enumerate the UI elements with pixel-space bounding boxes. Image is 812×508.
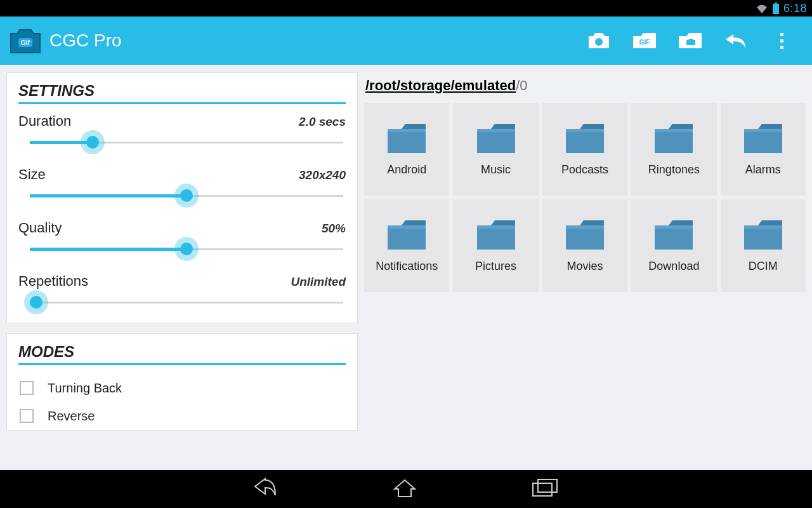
folder-tile[interactable]: Notifications xyxy=(364,199,449,292)
undo-button[interactable] xyxy=(713,22,759,60)
folder-tile[interactable]: DCIM xyxy=(721,199,806,292)
settings-title: SETTINGS xyxy=(18,82,346,104)
folder-label: Ringtones xyxy=(648,163,700,177)
duration-value: 2.0 secs xyxy=(299,115,346,129)
repetitions-slider[interactable] xyxy=(30,292,343,314)
folder-label: Podcasts xyxy=(561,163,608,177)
svg-rect-1 xyxy=(775,3,777,4)
quality-value: 50% xyxy=(322,222,346,236)
folder-tile[interactable]: Music xyxy=(453,103,538,196)
breadcrumb-tail: /0 xyxy=(516,77,527,93)
repetitions-label: Repetitions xyxy=(18,273,88,290)
app-icon: Gif xyxy=(8,25,43,57)
folder-tile[interactable]: Pictures xyxy=(453,199,538,292)
mode-turning-back[interactable]: Turning Back xyxy=(18,374,346,402)
svg-text:Gif: Gif xyxy=(21,39,30,46)
action-bar: Gif CGC Pro GIF xyxy=(0,17,812,65)
mode-label: Turning Back xyxy=(48,381,122,396)
checkbox-icon[interactable] xyxy=(20,381,34,395)
size-label: Size xyxy=(18,166,46,183)
folder-label: Music xyxy=(481,163,511,177)
settings-card: SETTINGS Duration 2.0 secs xyxy=(6,72,358,323)
svg-rect-0 xyxy=(773,4,779,14)
svg-point-4 xyxy=(595,38,603,46)
folder-label: Pictures xyxy=(475,260,516,273)
nav-home-button[interactable] xyxy=(392,478,417,500)
size-slider[interactable] xyxy=(30,185,343,207)
status-clock: 6:18 xyxy=(783,2,807,15)
quality-slider[interactable] xyxy=(30,239,343,260)
svg-text:GIF: GIF xyxy=(639,39,650,46)
folder-label: Android xyxy=(387,163,426,177)
mode-label: Reverse xyxy=(48,409,95,424)
nav-back-button[interactable] xyxy=(252,478,278,500)
folder-label: Notifications xyxy=(376,260,438,273)
folder-tile[interactable]: Download xyxy=(631,199,716,292)
gif-folder-button[interactable]: GIF xyxy=(622,22,667,60)
duration-slider[interactable] xyxy=(30,132,343,154)
nav-recents-button[interactable] xyxy=(532,478,560,500)
modes-card: MODES Turning Back Reverse xyxy=(6,333,358,431)
folder-tile[interactable]: Android xyxy=(364,103,449,196)
folder-label: DCIM xyxy=(749,260,778,273)
overflow-icon xyxy=(774,33,789,49)
folder-label: Download xyxy=(648,260,699,273)
folder-tile[interactable]: Movies xyxy=(542,199,627,292)
svg-rect-7 xyxy=(538,479,557,492)
folder-tile[interactable]: Alarms xyxy=(721,103,806,196)
camera-button[interactable] xyxy=(576,22,622,60)
battery-icon xyxy=(772,3,780,14)
photo-folder-button[interactable] xyxy=(667,22,713,60)
folder-tile[interactable]: Podcasts xyxy=(542,103,627,196)
wifi-icon xyxy=(756,3,768,13)
size-value: 320x240 xyxy=(299,168,346,182)
system-nav-bar xyxy=(0,470,812,508)
breadcrumb-linked[interactable]: /root/storage/emulated xyxy=(365,77,516,93)
breadcrumb[interactable]: /root/storage/emulated/0 xyxy=(362,72,806,103)
checkbox-icon[interactable] xyxy=(20,409,34,423)
folder-label: Alarms xyxy=(745,163,781,177)
folder-label: Movies xyxy=(566,260,603,273)
app-title: CGC Pro xyxy=(49,30,576,51)
repetitions-value: Unlimited xyxy=(291,275,346,289)
mode-reverse[interactable]: Reverse xyxy=(18,402,346,430)
overflow-button[interactable] xyxy=(759,22,804,60)
svg-rect-6 xyxy=(533,483,552,496)
duration-label: Duration xyxy=(18,113,71,130)
modes-title: MODES xyxy=(18,343,346,365)
quality-label: Quality xyxy=(18,220,62,236)
status-bar: 6:18 xyxy=(0,0,812,17)
folder-tile[interactable]: Ringtones xyxy=(631,103,716,196)
